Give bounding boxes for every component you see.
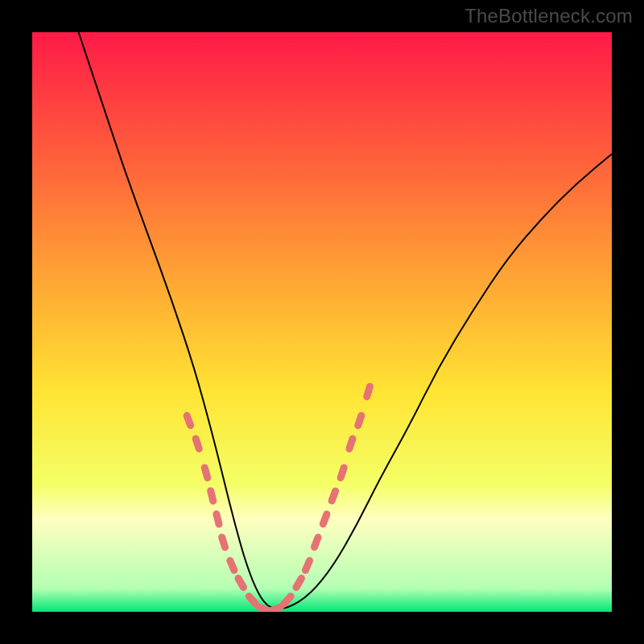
chart-svg <box>32 32 612 612</box>
chart-frame: TheBottleneck.com <box>0 0 644 644</box>
watermark-text: TheBottleneck.com <box>464 5 633 27</box>
plot-area <box>32 32 612 612</box>
